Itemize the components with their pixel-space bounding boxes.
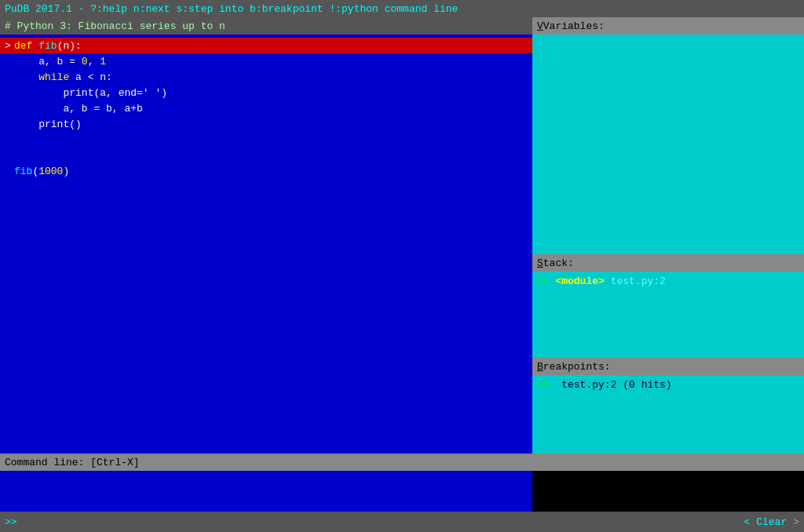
stack-space — [605, 275, 611, 287]
code-line-4: print(a, end=' ') — [0, 85, 532, 100]
stack-location: test.py:2 — [611, 275, 666, 287]
code-line-3: while a < n: — [0, 69, 532, 85]
code-line-1: > def fib(n): — [0, 38, 532, 53]
stack-arrow: >> — [537, 275, 555, 287]
bottom-footer: >> < Clear > — [0, 512, 804, 532]
code-header-text: # Python 3: Fibonacci series up to n — [5, 20, 225, 32]
line-marker-4 — [2, 87, 14, 99]
line-marker-7 — [2, 134, 14, 146]
line-marker-8 — [2, 150, 14, 162]
command-bar: Command line: [Ctrl-X] — [0, 454, 804, 471]
code-line-8 — [0, 148, 532, 163]
line-content-4: print(a, end=' ') — [14, 87, 167, 99]
line-content-6: print() — [14, 118, 82, 130]
line-content-7 — [14, 134, 20, 146]
line-content-9: fib(1000) — [14, 166, 69, 177]
right-panel-inner: VVariables: Stack: >> <module> test.py:2 — [532, 17, 804, 454]
code-line-7 — [0, 132, 532, 148]
breakpoints-header: Breakpoints: — [532, 358, 804, 375]
stack-body: >> <module> test.py:2 — [532, 271, 804, 358]
bottom-area: Command line: [Ctrl-X] >> < Clear > — [0, 454, 804, 532]
line-content-3: while a < n: — [14, 71, 112, 83]
line-content-8 — [14, 150, 20, 162]
line-content-1: def fib(n): — [14, 40, 82, 52]
code-header: # Python 3: Fibonacci series up to n — [0, 17, 532, 35]
right-panel: VVariables: Stack: >> <module> test.py:2 — [532, 17, 804, 454]
breakpoints-header-text: Breakpoints: — [537, 361, 611, 373]
main-layout: # Python 3: Fibonacci series up to n > d… — [0, 17, 804, 454]
line-marker-6 — [2, 118, 14, 130]
variables-header-text: VVariables: — [537, 20, 605, 32]
code-content[interactable]: > def fib(n): a, b = 0, 1 while a < n: p… — [0, 35, 532, 454]
code-line-2: a, b = 0, 1 — [0, 53, 532, 69]
command-bar-label: Command line: [Ctrl-X] — [5, 457, 140, 468]
code-line-9: fib(1000) — [0, 163, 532, 179]
title-text: PuDB 2017.1 - ?:help n:next s:step into … — [5, 3, 458, 15]
line-marker-5 — [2, 103, 14, 115]
code-line-5: a, b = b, a+b — [0, 100, 532, 116]
line-content-5: a, b = b, a+b — [14, 103, 143, 115]
line-marker-2 — [2, 56, 14, 67]
bp-text: test.py:2 (0 hits) — [561, 379, 671, 391]
breakpoint-entry-1: >> test.py:2 (0 hits) — [537, 377, 799, 392]
code-line-6: print() — [0, 116, 532, 132]
code-panel: # Python 3: Fibonacci series up to n > d… — [0, 17, 532, 454]
line-marker-3 — [2, 71, 14, 83]
footer-arrow: > — [793, 516, 799, 528]
variables-header: VVariables: — [532, 17, 804, 35]
bp-arrow: >> — [537, 379, 561, 391]
line-marker-1: > — [2, 40, 14, 52]
stack-module: <module> — [555, 275, 604, 287]
command-input[interactable] — [5, 474, 528, 508]
footer-right: < Clear > — [744, 516, 799, 528]
clear-button[interactable]: < Clear — [744, 516, 788, 528]
title-bar: PuDB 2017.1 - ?:help n:next s:step into … — [0, 0, 804, 17]
line-content-2: a, b = 0, 1 — [14, 56, 106, 67]
command-input-area[interactable] — [0, 471, 532, 512]
stack-header-text: Stack: — [537, 257, 574, 269]
stack-header: Stack: — [532, 254, 804, 271]
breakpoints-body: >> test.py:2 (0 hits) — [532, 375, 804, 454]
variables-body — [532, 35, 804, 254]
footer-prompt: >> — [5, 516, 17, 528]
line-marker-9 — [2, 166, 14, 177]
variables-section: VVariables: — [532, 17, 804, 254]
stack-entry-1: >> <module> test.py:2 — [537, 273, 799, 289]
